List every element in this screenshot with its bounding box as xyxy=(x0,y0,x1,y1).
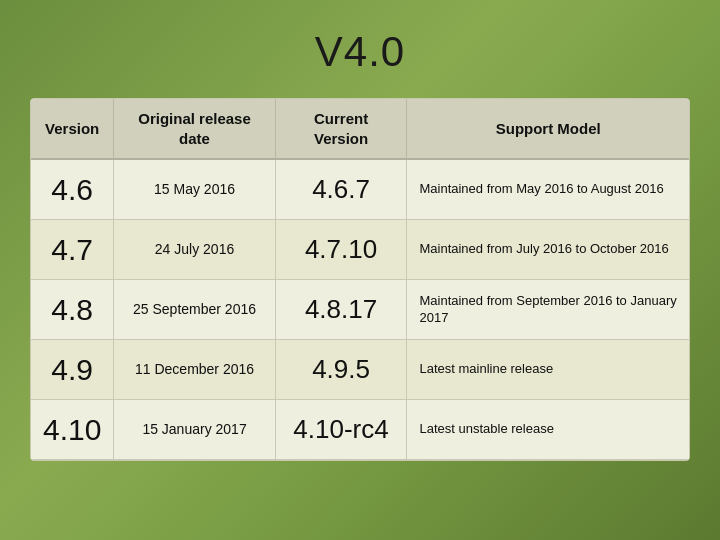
current-version-cell: 4.10-rc4 xyxy=(275,400,407,460)
page-title: V4.0 xyxy=(315,28,405,76)
release-date-cell: 25 September 2016 xyxy=(114,280,275,340)
table-row: 4.825 September 20164.8.17Maintained fro… xyxy=(31,280,689,340)
version-table: Version Original release date Current Ve… xyxy=(30,98,690,461)
current-version-cell: 4.7.10 xyxy=(275,220,407,280)
support-model-cell: Maintained from July 2016 to October 201… xyxy=(407,220,689,280)
table-header-row: Version Original release date Current Ve… xyxy=(31,99,689,159)
version-cell: 4.8 xyxy=(31,280,114,340)
release-date-cell: 24 July 2016 xyxy=(114,220,275,280)
version-cell: 4.6 xyxy=(31,159,114,220)
table-row: 4.615 May 20164.6.7Maintained from May 2… xyxy=(31,159,689,220)
col-header-original-release: Original release date xyxy=(114,99,275,159)
version-cell: 4.10 xyxy=(31,400,114,460)
current-version-cell: 4.8.17 xyxy=(275,280,407,340)
current-version-cell: 4.9.5 xyxy=(275,340,407,400)
support-model-cell: Maintained from May 2016 to August 2016 xyxy=(407,159,689,220)
col-header-version: Version xyxy=(31,99,114,159)
table-row: 4.911 December 20164.9.5Latest mainline … xyxy=(31,340,689,400)
release-date-cell: 15 May 2016 xyxy=(114,159,275,220)
release-date-cell: 15 January 2017 xyxy=(114,400,275,460)
version-cell: 4.7 xyxy=(31,220,114,280)
table-row: 4.724 July 20164.7.10Maintained from Jul… xyxy=(31,220,689,280)
support-model-cell: Latest unstable release xyxy=(407,400,689,460)
version-cell: 4.9 xyxy=(31,340,114,400)
current-version-cell: 4.6.7 xyxy=(275,159,407,220)
release-date-cell: 11 December 2016 xyxy=(114,340,275,400)
col-header-current-version: Current Version xyxy=(275,99,407,159)
table-row: 4.1015 January 20174.10-rc4Latest unstab… xyxy=(31,400,689,460)
col-header-support-model: Support Model xyxy=(407,99,689,159)
support-model-cell: Maintained from September 2016 to Januar… xyxy=(407,280,689,340)
support-model-cell: Latest mainline release xyxy=(407,340,689,400)
